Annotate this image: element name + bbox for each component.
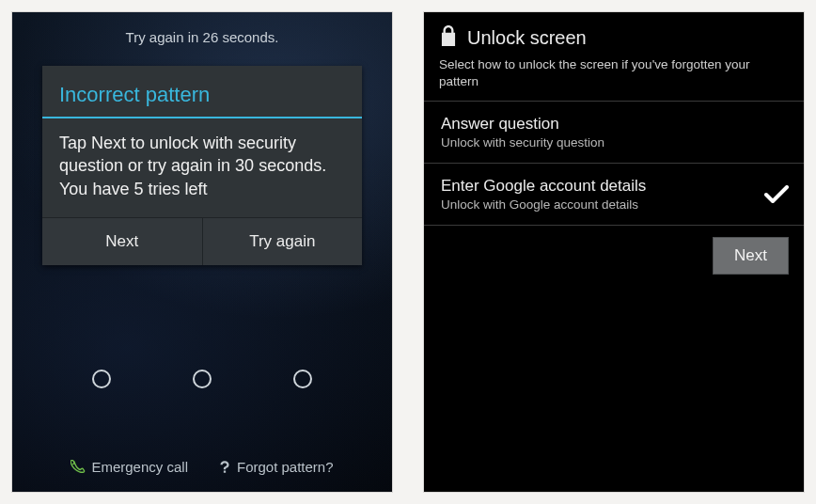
dialog-button-row: Next Try again xyxy=(42,217,362,265)
pattern-dot[interactable] xyxy=(293,370,312,388)
forgot-pattern-label: Forgot pattern? xyxy=(237,459,334,475)
lock-icon xyxy=(439,25,458,51)
unlock-header-subtitle: Select how to unlock the screen if you'v… xyxy=(424,55,804,101)
dialog-body: Tap Next to unlock with security questio… xyxy=(42,118,362,217)
option-title: Enter Google account details xyxy=(441,177,646,196)
option-title: Answer question xyxy=(441,115,604,134)
emergency-call-label: Emergency call xyxy=(91,459,188,475)
unlock-header-title: Unlock screen xyxy=(467,27,587,49)
forgot-pattern-button[interactable]: Forgot pattern? xyxy=(218,459,334,475)
dialog-retry-button[interactable]: Try again xyxy=(202,218,363,265)
pattern-dot-row xyxy=(12,360,392,398)
pattern-dot[interactable] xyxy=(92,370,111,388)
emergency-call-button[interactable]: Emergency call xyxy=(71,459,188,475)
phone-icon xyxy=(71,460,86,475)
option-subtitle: Unlock with security question xyxy=(441,135,604,150)
lockscreen-bottom-bar: Emergency call Forgot pattern? xyxy=(12,459,392,475)
option-subtitle: Unlock with Google account details xyxy=(441,197,646,212)
unlock-options-phone: Unlock screen Select how to unlock the s… xyxy=(423,11,805,493)
unlock-header: Unlock screen xyxy=(424,12,804,55)
option-google-account[interactable]: Enter Google account details Unlock with… xyxy=(424,164,804,225)
lockscreen-pattern-phone: Try again in 26 seconds. Incorrect patte… xyxy=(11,11,393,493)
incorrect-pattern-dialog: Incorrect pattern Tap Next to unlock wit… xyxy=(42,66,362,265)
dialog-title: Incorrect pattern xyxy=(42,66,362,117)
pattern-dot[interactable] xyxy=(193,370,212,388)
retry-countdown-text: Try again in 26 seconds. xyxy=(12,29,392,45)
dialog-next-button[interactable]: Next xyxy=(42,218,202,265)
question-icon xyxy=(218,460,231,475)
checkmark-icon xyxy=(764,185,789,204)
option-answer-question[interactable]: Answer question Unlock with security que… xyxy=(424,102,804,163)
next-button[interactable]: Next xyxy=(713,237,789,275)
